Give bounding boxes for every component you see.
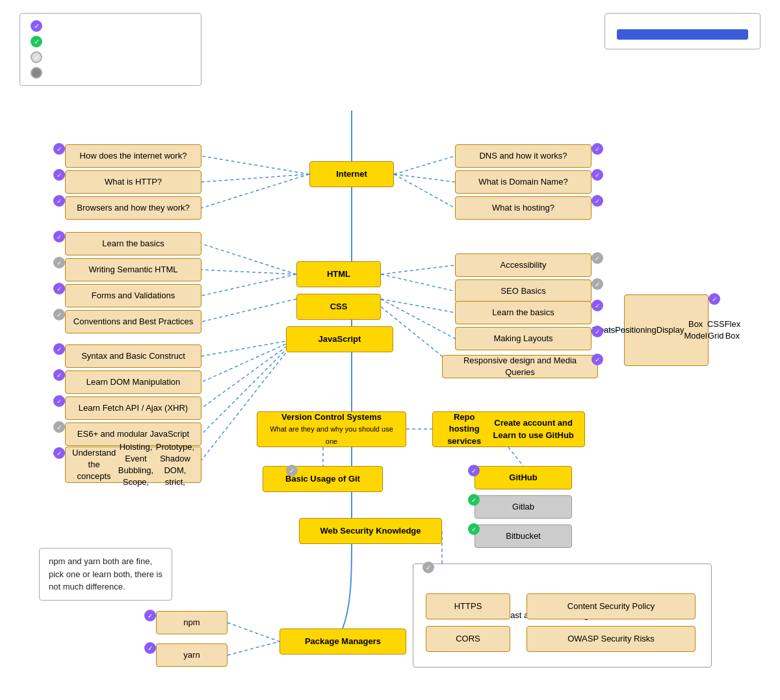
badge-15: ✓	[592, 252, 603, 264]
badge-4: ✓	[592, 169, 603, 181]
badge-3: ✓	[592, 143, 603, 155]
svg-line-15	[381, 265, 455, 274]
badge-24: ✓	[468, 523, 480, 535]
badge-5: ✓	[592, 195, 603, 207]
node-conv_bp[interactable]: Conventions and Best Practices	[65, 310, 202, 333]
badge-11: ✓	[53, 369, 65, 381]
badge-14: ✓	[53, 447, 65, 459]
svg-line-0	[202, 156, 309, 174]
badge-17: ✓	[592, 300, 603, 311]
node-https_node[interactable]: HTTPS	[426, 593, 510, 619]
svg-line-7	[202, 270, 296, 274]
badge-19: ✓	[592, 354, 603, 365]
node-forms_val[interactable]: Forms and Validations	[65, 284, 202, 307]
legend-item-gray	[31, 67, 190, 79]
svg-line-16	[381, 274, 455, 291]
svg-line-6	[202, 244, 296, 274]
badge-1: ✓	[53, 169, 65, 181]
svg-line-9	[202, 299, 296, 322]
badge-9: ✓	[53, 309, 65, 320]
node-css_basics[interactable]: Learn the basics	[455, 301, 592, 324]
badge-18: ✓	[592, 326, 603, 337]
info-box	[604, 13, 760, 49]
callout-npm-yarn: npm and yarn both are fine, pick one or …	[39, 548, 172, 601]
node-vcs[interactable]: Version Control SystemsWhat are they and…	[257, 411, 406, 447]
svg-line-10	[202, 339, 296, 356]
legend-icon-gray-light: ✓	[31, 51, 42, 63]
badge-13: ✓	[53, 421, 65, 433]
badge-12: ✓	[53, 395, 65, 407]
svg-line-3	[394, 156, 455, 174]
node-dns[interactable]: DNS and how it works?	[455, 144, 592, 168]
badge-25: ✓	[144, 610, 156, 621]
node-browsers[interactable]: Browsers and how they work?	[65, 196, 202, 220]
node-learn_dom[interactable]: Learn DOM Manipulation	[65, 370, 202, 394]
node-responsive[interactable]: Responsive design and Media Queries	[442, 355, 598, 378]
node-websec[interactable]: Web Security Knowledge	[299, 518, 442, 544]
badge-7: ✓	[53, 257, 65, 268]
node-fetch_api[interactable]: Learn Fetch API / Ajax (XHR)	[65, 396, 202, 420]
badge-6: ✓	[53, 231, 65, 242]
node-accessibility[interactable]: Accessibility	[455, 253, 592, 277]
badge-2: ✓	[53, 195, 65, 207]
node-basicgit[interactable]: Basic Usage of Git	[263, 466, 383, 492]
node-css[interactable]: CSS	[296, 294, 381, 320]
badge-27: ✓	[422, 562, 434, 573]
badge-26: ✓	[144, 642, 156, 654]
node-csp_node[interactable]: Content Security Policy	[526, 593, 696, 619]
badge-16: ✓	[592, 278, 603, 290]
legend-item-gray-light: ✓	[31, 51, 190, 63]
legend-icon-green: ✓	[31, 36, 42, 47]
svg-line-5	[394, 174, 455, 208]
svg-line-23	[508, 447, 523, 466]
legend-item-purple: ✓	[31, 20, 190, 32]
node-domain[interactable]: What is Domain Name?	[455, 170, 592, 194]
svg-line-1	[202, 174, 309, 182]
badge-21: ✓	[286, 465, 298, 476]
node-bitbucket[interactable]: Bitbucket	[474, 525, 572, 548]
node-what_http[interactable]: What is HTTP?	[65, 170, 202, 194]
node-syntax_bc[interactable]: Syntax and Basic Construct	[65, 344, 202, 368]
badge-8: ✓	[53, 283, 65, 294]
node-how_internet[interactable]: How does the internet work?	[65, 144, 202, 168]
legend-box: ✓ ✓ ✓	[20, 13, 202, 86]
node-repo_hosting[interactable]: Repo hosting servicesCreate account and …	[432, 411, 585, 447]
svg-line-12	[202, 339, 296, 408]
legend-icon-purple: ✓	[31, 20, 42, 32]
node-pkgmgr[interactable]: Package Managers	[280, 629, 406, 655]
svg-line-8	[202, 274, 296, 296]
badge-23: ✓	[468, 494, 480, 506]
node-understand[interactable]: Understand the conceptsHoisting, Event B…	[65, 447, 202, 483]
legend-item-green: ✓	[31, 36, 190, 47]
svg-line-2	[202, 174, 309, 208]
node-cors_node[interactable]: CORS	[426, 626, 510, 652]
node-yarn[interactable]: yarn	[156, 643, 228, 667]
badge-22: ✓	[468, 465, 480, 476]
node-floats_box[interactable]: FloatsPositioningDisplayBox ModelCSS Gri…	[624, 294, 708, 366]
node-gitlab[interactable]: Gitlab	[474, 495, 572, 519]
node-html[interactable]: HTML	[296, 261, 381, 287]
node-sem_html[interactable]: Writing Semantic HTML	[65, 258, 202, 281]
badge-20: ✓	[708, 293, 720, 305]
svg-line-11	[202, 339, 296, 382]
node-making_layouts[interactable]: Making Layouts	[455, 327, 592, 350]
info-box-link[interactable]	[617, 29, 748, 40]
node-hosting[interactable]: What is hosting?	[455, 196, 592, 220]
node-learn_basics_html[interactable]: Learn the basics	[65, 232, 202, 255]
svg-line-4	[394, 174, 455, 182]
node-js[interactable]: JavaScript	[286, 326, 393, 352]
svg-line-17	[381, 299, 455, 313]
badge-0: ✓	[53, 143, 65, 155]
legend-icon-gray	[31, 67, 42, 79]
svg-line-25	[228, 623, 280, 642]
node-owasp_node[interactable]: OWASP Security Risks	[526, 626, 696, 652]
node-internet[interactable]: Internet	[309, 161, 394, 187]
node-seo[interactable]: SEO Basics	[455, 279, 592, 303]
badge-10: ✓	[53, 343, 65, 355]
node-github[interactable]: GitHub	[474, 466, 572, 489]
node-npm[interactable]: npm	[156, 611, 228, 634]
svg-line-26	[228, 642, 280, 655]
